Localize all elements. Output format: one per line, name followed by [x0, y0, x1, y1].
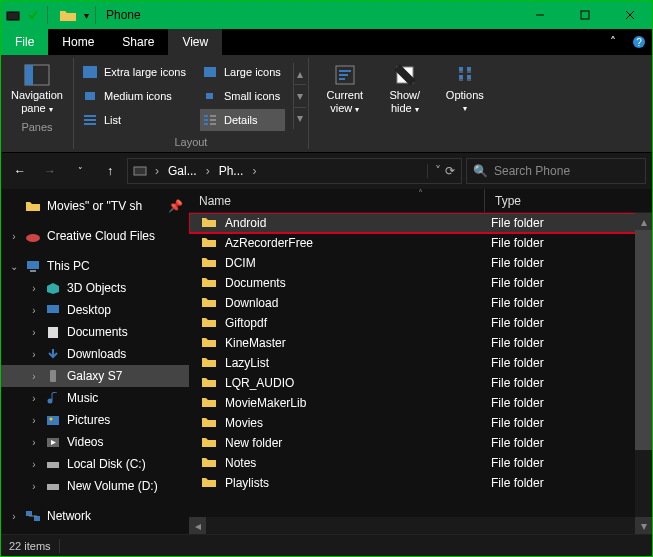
file-name: Documents: [225, 276, 485, 290]
navigation-tree[interactable]: Movies" or "TV sh📌 ›Creative Cloud Files…: [1, 189, 189, 534]
scroll-thumb[interactable]: [635, 230, 652, 450]
address-bar[interactable]: › Gal... › Ph... › ˅ ⟳: [127, 158, 462, 184]
tree-desktop[interactable]: ›Desktop: [1, 299, 189, 321]
layout-large[interactable]: Large icons: [200, 61, 285, 83]
search-box[interactable]: 🔍 Search Phone: [466, 158, 646, 184]
scroll-left-button[interactable]: ◂: [189, 517, 206, 534]
tree-videos[interactable]: ›Videos: [1, 431, 189, 453]
file-row[interactable]: MovieMakerLibFile folder: [189, 393, 652, 413]
forward-button[interactable]: →: [37, 158, 63, 184]
up-button[interactable]: ↑: [97, 158, 123, 184]
tree-music[interactable]: ›Music: [1, 387, 189, 409]
options-button[interactable]: Options ▾: [435, 59, 495, 118]
tab-file[interactable]: File: [1, 29, 48, 55]
layout-extra-large[interactable]: Extra large icons: [80, 61, 190, 83]
status-bar: 22 items: [1, 534, 652, 556]
file-row[interactable]: AzRecorderFreeFile folder: [189, 233, 652, 253]
sm-icons-icon: [202, 89, 218, 103]
horizontal-scrollbar[interactable]: ◂ ▸: [189, 517, 652, 534]
layout-scroll-down[interactable]: ▾: [294, 85, 306, 107]
layout-scroll-up[interactable]: ▴: [294, 63, 306, 85]
breadcrumb-seg-1[interactable]: Gal...: [166, 164, 199, 178]
qat-dropdown-icon[interactable]: ▾: [84, 10, 89, 21]
tab-home[interactable]: Home: [48, 29, 108, 55]
file-row[interactable]: NotesFile folder: [189, 453, 652, 473]
tab-share[interactable]: Share: [108, 29, 168, 55]
tree-pictures[interactable]: ›Pictures: [1, 409, 189, 431]
layout-medium[interactable]: Medium icons: [80, 85, 190, 107]
minimize-button[interactable]: [517, 1, 562, 29]
file-rows[interactable]: AndroidFile folderAzRecorderFreeFile fol…: [189, 213, 652, 517]
layout-details[interactable]: Details: [200, 109, 285, 131]
ribbon-collapse-button[interactable]: ˄: [600, 29, 626, 55]
column-name[interactable]: Name: [189, 194, 484, 208]
chevron-right-icon[interactable]: ›: [247, 164, 261, 178]
qat-app-icon[interactable]: [5, 7, 21, 23]
layout-small[interactable]: Small icons: [200, 85, 285, 107]
search-icon: 🔍: [473, 164, 488, 178]
collapse-handle-icon[interactable]: ˄: [418, 189, 423, 199]
tree-3d-objects[interactable]: ›3D Objects: [1, 277, 189, 299]
refresh-button[interactable]: ⟳: [443, 164, 457, 178]
chevron-right-icon[interactable]: ›: [201, 164, 215, 178]
tree-documents[interactable]: ›Documents: [1, 321, 189, 343]
file-row[interactable]: LazyListFile folder: [189, 353, 652, 373]
scroll-down-button[interactable]: ▾: [635, 517, 652, 534]
column-type[interactable]: Type: [485, 194, 521, 208]
tree-creative-cloud[interactable]: ›Creative Cloud Files: [1, 225, 189, 247]
tree-local-disk-c[interactable]: ›Local Disk (C:): [1, 453, 189, 475]
tree-quick-item[interactable]: Movies" or "TV sh📌: [1, 195, 189, 217]
file-row[interactable]: KineMasterFile folder: [189, 333, 652, 353]
file-row[interactable]: New folderFile folder: [189, 433, 652, 453]
file-row[interactable]: DocumentsFile folder: [189, 273, 652, 293]
tree-galaxy-s7[interactable]: ›Galaxy S7: [1, 365, 189, 387]
file-name: KineMaster: [225, 336, 485, 350]
file-row[interactable]: GiftopdfFile folder: [189, 313, 652, 333]
file-row[interactable]: AndroidFile folder: [189, 213, 652, 233]
options-icon: [449, 61, 481, 89]
desktop-icon: [45, 303, 61, 317]
group-label-layout: Layout: [174, 133, 207, 150]
tree-network[interactable]: ›Network: [1, 505, 189, 527]
layout-list[interactable]: List: [80, 109, 190, 131]
qat-properties-icon[interactable]: [25, 7, 41, 23]
pin-icon: 📌: [168, 199, 189, 213]
vertical-scrollbar[interactable]: ▴ ▾: [635, 213, 652, 534]
file-row[interactable]: DownloadFile folder: [189, 293, 652, 313]
tree-new-volume-d[interactable]: ›New Volume (D:): [1, 475, 189, 497]
svg-rect-28: [467, 67, 471, 71]
navigation-pane-button[interactable]: Navigation pane ▾: [7, 59, 67, 118]
current-view-button[interactable]: Current view ▾: [315, 59, 375, 118]
file-row[interactable]: PlaylistsFile folder: [189, 473, 652, 493]
address-dropdown-button[interactable]: ˅: [427, 164, 441, 178]
scroll-up-button[interactable]: ▴: [635, 213, 652, 230]
back-button[interactable]: ←: [7, 158, 33, 184]
show-hide-button[interactable]: Show/ hide ▾: [375, 59, 435, 118]
svg-rect-40: [47, 416, 59, 425]
phone-icon: [45, 369, 61, 383]
breadcrumb-seg-2[interactable]: Ph...: [217, 164, 246, 178]
svg-rect-19: [210, 119, 216, 121]
tab-view[interactable]: View: [168, 29, 222, 55]
maximize-button[interactable]: [562, 1, 607, 29]
chevron-right-icon[interactable]: ›: [150, 164, 164, 178]
folder-icon: [201, 316, 217, 330]
file-row[interactable]: MoviesFile folder: [189, 413, 652, 433]
layout-more[interactable]: ▾: [294, 108, 306, 129]
documents-icon: [45, 325, 61, 339]
layout-gallery[interactable]: Extra large icons Large icons Medium ico…: [76, 59, 289, 133]
tree-this-pc[interactable]: ⌄This PC: [1, 255, 189, 277]
group-label-panes: Panes: [21, 118, 52, 135]
address-device-icon: [132, 165, 148, 177]
file-name: Notes: [225, 456, 485, 470]
music-icon: [45, 391, 61, 405]
help-button[interactable]: ?: [626, 29, 652, 55]
pictures-icon: [45, 413, 61, 427]
file-name: DCIM: [225, 256, 485, 270]
md-icons-icon: [82, 89, 98, 103]
recent-locations-button[interactable]: ˅: [67, 158, 93, 184]
file-row[interactable]: LQR_AUDIOFile folder: [189, 373, 652, 393]
close-button[interactable]: [607, 1, 652, 29]
tree-downloads[interactable]: ›Downloads: [1, 343, 189, 365]
file-row[interactable]: DCIMFile folder: [189, 253, 652, 273]
